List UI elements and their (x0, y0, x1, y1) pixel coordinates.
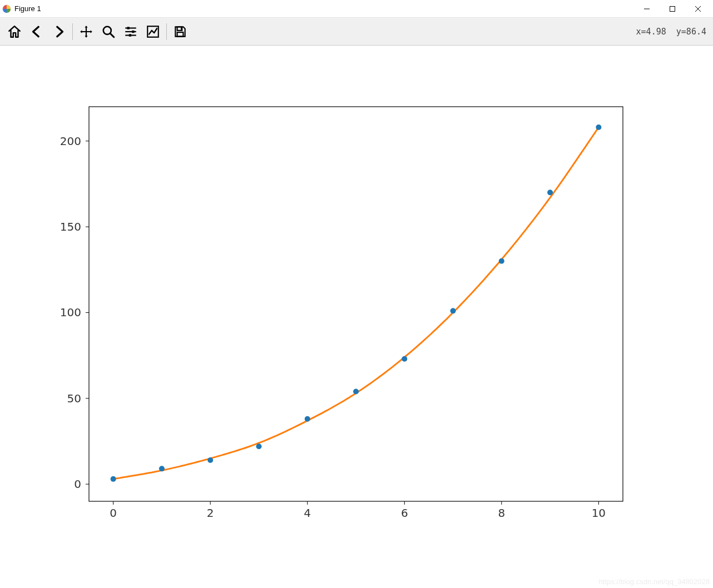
figure-canvas[interactable]: 0246810050100150200 https://blog.csdn.ne… (0, 46, 713, 588)
toolbar-separator (166, 23, 167, 40)
svg-rect-16 (177, 32, 184, 37)
data-point (207, 457, 213, 463)
y-tick-label: 50 (67, 392, 81, 405)
y-tick-label: 150 (60, 220, 81, 233)
x-tick-label: 4 (304, 506, 311, 520)
data-point (499, 258, 504, 264)
y-tick-label: 100 (60, 306, 81, 319)
data-point (256, 444, 261, 449)
x-tick-label: 8 (498, 506, 505, 520)
forward-button[interactable] (48, 21, 70, 42)
svg-rect-10 (132, 30, 134, 32)
svg-rect-2 (670, 6, 675, 11)
cursor-coordinates: x=4.98 y=86.4 (636, 27, 710, 37)
data-point (305, 416, 310, 422)
zoom-button[interactable] (97, 21, 120, 42)
close-button[interactable] (685, 0, 711, 18)
svg-rect-17 (89, 107, 623, 501)
y-tick-label: 0 (74, 477, 81, 491)
window-title: Figure 1 (14, 4, 41, 13)
fit-line (113, 127, 599, 479)
svg-rect-8 (127, 27, 130, 29)
data-point (159, 466, 165, 471)
maximize-button[interactable] (660, 0, 685, 18)
x-tick-label: 10 (592, 506, 606, 520)
watermark-text: https://blog.csdn.net/qq_34802028 (599, 577, 710, 586)
data-point (353, 388, 359, 394)
toolbar-separator (72, 23, 73, 40)
back-button[interactable] (26, 21, 48, 42)
svg-rect-15 (181, 27, 182, 29)
save-button[interactable] (169, 21, 191, 42)
data-point (402, 356, 407, 362)
edit-axis-button[interactable] (142, 21, 164, 42)
data-point (596, 124, 601, 130)
home-button[interactable] (3, 21, 26, 42)
pan-button[interactable] (75, 21, 97, 42)
window-titlebar: Figure 1 (0, 0, 713, 18)
data-point (111, 476, 116, 482)
svg-rect-12 (129, 34, 131, 36)
app-icon (2, 4, 11, 13)
x-tick-label: 6 (401, 506, 408, 520)
y-tick-label: 200 (60, 134, 81, 148)
x-tick-label: 2 (207, 506, 214, 520)
plot-axes[interactable]: 0246810050100150200 (0, 46, 713, 588)
data-point (450, 308, 456, 313)
minimize-button[interactable] (634, 0, 660, 18)
configure-subplots-button[interactable] (120, 21, 142, 42)
matplotlib-toolbar: x=4.98 y=86.4 (0, 18, 713, 46)
svg-line-6 (110, 33, 114, 37)
x-tick-label: 0 (110, 506, 117, 520)
data-point (547, 190, 553, 195)
